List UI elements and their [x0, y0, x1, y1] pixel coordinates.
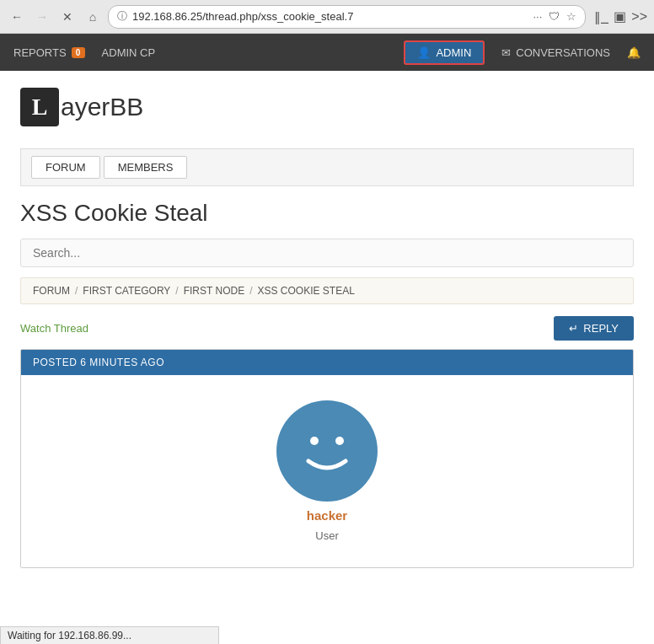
- forward-button[interactable]: →: [32, 7, 52, 27]
- reports-badge: 0: [72, 47, 85, 58]
- avatar-container: hacker User: [276, 400, 378, 542]
- breadcrumb-first-category[interactable]: FIRST CATEGORY: [83, 285, 170, 297]
- user-role: User: [315, 529, 338, 542]
- star-icon: ☆: [566, 10, 576, 23]
- url-text: 192.168.86.25/thread.php/xss_cookie_stea…: [132, 10, 528, 23]
- admin-button-label: ADMIN: [436, 46, 471, 59]
- breadcrumb: FORUM / FIRST CATEGORY / FIRST NODE / XS…: [20, 277, 634, 304]
- logo-letter: L: [32, 94, 48, 121]
- conversations-nav-item[interactable]: ✉ CONVERSATIONS: [501, 46, 610, 59]
- smiley-svg: [285, 409, 369, 493]
- bell-icon: 🔔: [627, 46, 641, 59]
- username[interactable]: hacker: [307, 508, 347, 523]
- admin-cp-nav-item[interactable]: ADMIN CP: [102, 36, 156, 69]
- more-icon: ···: [533, 10, 542, 23]
- site-logo: L ayerBB: [20, 88, 634, 126]
- status-text: Waiting for 192.168.86.99...: [8, 630, 131, 641]
- nav-tabs: FORUM MEMBERS: [20, 148, 634, 186]
- breadcrumb-sep-1: /: [75, 285, 78, 297]
- watch-thread-link[interactable]: Watch Thread: [20, 322, 88, 335]
- post-body: hacker User: [21, 375, 633, 567]
- address-extra: ··· 🛡 ☆: [533, 10, 576, 23]
- svg-point-0: [310, 437, 319, 445]
- breadcrumb-sep-2: /: [175, 285, 178, 297]
- page-content: L ayerBB FORUM MEMBERS XSS Cookie Steal …: [0, 71, 654, 582]
- reply-button[interactable]: ↵ REPLY: [554, 316, 634, 341]
- top-nav: REPORTS 0 ADMIN CP 👤 ADMIN ✉ CONVERSATIO…: [0, 34, 654, 71]
- post-container: POSTED 6 MINUTES AGO hacker: [20, 349, 634, 568]
- thread-actions: Watch Thread ↵ REPLY: [20, 316, 634, 341]
- top-nav-left: REPORTS 0 ADMIN CP: [13, 36, 387, 69]
- top-nav-right: 👤 ADMIN ✉ CONVERSATIONS 🔔: [404, 40, 641, 65]
- home-button[interactable]: ⌂: [83, 7, 103, 27]
- status-bar: Waiting for 192.168.86.99...: [0, 626, 219, 644]
- reports-label: REPORTS: [13, 46, 67, 59]
- browser-chrome: ← → ✕ ⌂ ⓘ 192.168.86.25/thread.php/xss_c…: [0, 0, 654, 34]
- library-icon[interactable]: ‖⎯: [594, 9, 608, 24]
- logo-icon: L: [20, 88, 59, 126]
- breadcrumb-forum[interactable]: FORUM: [33, 285, 70, 297]
- posted-time: POSTED 6 MINUTES AGO: [33, 357, 164, 368]
- site-header: L ayerBB: [0, 71, 654, 148]
- user-icon: 👤: [417, 46, 431, 59]
- reply-icon: ↵: [569, 322, 578, 335]
- address-bar[interactable]: ⓘ 192.168.86.25/thread.php/xss_cookie_st…: [108, 5, 586, 29]
- breadcrumb-sep-3: /: [249, 285, 252, 297]
- browser-right-icons: ‖⎯ ▣ >>: [594, 8, 647, 24]
- logo-text: ayerBB: [61, 93, 143, 121]
- post-header: POSTED 6 MINUTES AGO: [21, 350, 633, 375]
- close-button[interactable]: ✕: [57, 7, 78, 27]
- extend-icon[interactable]: >>: [631, 9, 647, 24]
- avatar: [276, 400, 378, 502]
- tab-forum[interactable]: FORUM: [31, 156, 100, 179]
- breadcrumb-current: XSS COOKIE STEAL: [258, 285, 355, 297]
- reply-label: REPLY: [583, 322, 619, 335]
- notifications-nav-item[interactable]: 🔔: [627, 46, 641, 59]
- page-title: XSS Cookie Steal: [20, 200, 634, 227]
- shield-icon: 🛡: [549, 10, 560, 23]
- main-content: XSS Cookie Steal FORUM / FIRST CATEGORY …: [0, 186, 654, 582]
- breadcrumb-first-node[interactable]: FIRST NODE: [184, 285, 244, 297]
- admin-button[interactable]: 👤 ADMIN: [404, 40, 485, 65]
- tab-members[interactable]: MEMBERS: [104, 156, 188, 179]
- search-input[interactable]: [20, 239, 634, 267]
- back-button[interactable]: ←: [7, 7, 27, 27]
- admin-cp-label: ADMIN CP: [102, 46, 156, 59]
- svg-point-1: [335, 437, 344, 445]
- envelope-icon: ✉: [501, 46, 511, 59]
- reports-nav-item[interactable]: REPORTS 0: [13, 36, 85, 69]
- lock-icon: ⓘ: [117, 9, 127, 24]
- tab-icon[interactable]: ▣: [614, 8, 626, 24]
- conversations-label: CONVERSATIONS: [516, 46, 610, 59]
